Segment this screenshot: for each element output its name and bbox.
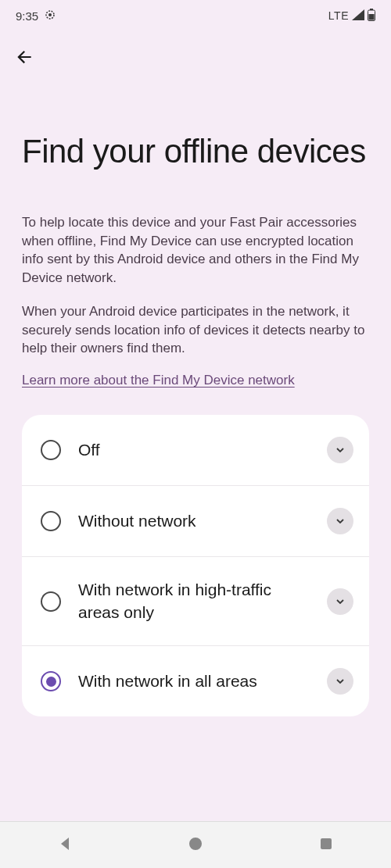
camera-icon	[45, 9, 56, 23]
arrow-left-icon	[14, 47, 34, 67]
chevron-down-icon	[335, 596, 346, 607]
svg-point-1	[48, 13, 52, 16]
option-label: Without network	[78, 510, 310, 532]
battery-icon	[368, 9, 375, 23]
status-left: 9:35	[16, 9, 56, 23]
network-label: LTE	[328, 9, 349, 22]
options-card: Off Without network With network in high…	[22, 415, 369, 716]
signal-icon	[352, 9, 364, 23]
radio-button[interactable]	[41, 511, 61, 531]
description-1: To help locate this device and your Fast…	[22, 213, 369, 287]
option-off[interactable]: Off	[22, 415, 369, 486]
radio-button[interactable]	[41, 671, 61, 691]
radio-button[interactable]	[41, 440, 61, 460]
circle-home-icon	[187, 835, 204, 852]
description-2: When your Android device participates in…	[22, 302, 369, 357]
back-button[interactable]	[13, 45, 36, 69]
svg-point-5	[189, 838, 202, 850]
svg-rect-6	[321, 838, 332, 849]
status-time: 9:35	[16, 9, 38, 23]
learn-more-link[interactable]: Learn more about the Find My Device netw…	[22, 373, 295, 388]
expand-button[interactable]	[327, 588, 353, 615]
status-bar: 9:35 LTE	[0, 0, 391, 31]
option-label: With network in all areas	[78, 670, 310, 692]
chevron-down-icon	[335, 516, 346, 527]
header-bar	[0, 31, 391, 75]
option-high-traffic[interactable]: With network in high-traffic areas only	[22, 557, 369, 646]
content-area: Find your offline devices To help locate…	[0, 75, 391, 821]
option-without-network[interactable]: Without network	[22, 486, 369, 557]
option-label: Off	[78, 439, 310, 461]
expand-button[interactable]	[327, 668, 353, 695]
status-right: LTE	[328, 9, 375, 23]
svg-rect-4	[369, 14, 375, 20]
option-all-areas[interactable]: With network in all areas	[22, 646, 369, 716]
chevron-down-icon	[335, 445, 346, 455]
expand-button[interactable]	[327, 437, 353, 463]
nav-back-button[interactable]	[56, 835, 74, 855]
chevron-down-icon	[335, 676, 346, 687]
square-recent-icon	[317, 835, 335, 852]
nav-home-button[interactable]	[187, 835, 204, 855]
radio-button[interactable]	[41, 591, 61, 612]
page-title: Find your offline devices	[22, 131, 369, 171]
nav-recent-button[interactable]	[317, 835, 335, 855]
expand-button[interactable]	[327, 508, 353, 534]
option-label: With network in high-traffic areas only	[78, 579, 310, 623]
triangle-back-icon	[56, 835, 74, 852]
navigation-bar	[0, 821, 391, 868]
